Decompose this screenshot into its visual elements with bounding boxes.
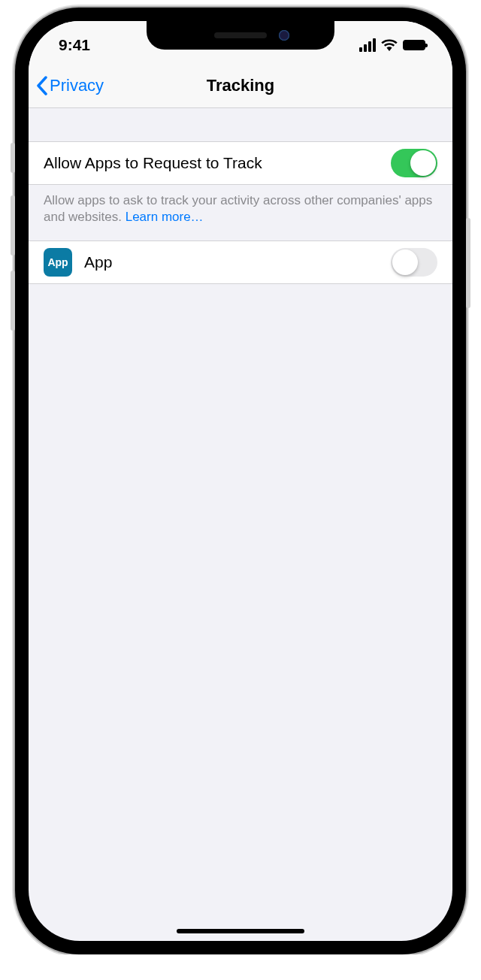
section-spacer (29, 108, 452, 141)
section-footer: Allow apps to ask to track your activity… (29, 185, 452, 240)
device-frame: 9:41 Privacy Tracking Allow (15, 8, 466, 954)
volume-up-button (11, 195, 15, 256)
home-indicator[interactable] (177, 929, 304, 933)
footer-description: Allow apps to ask to track your activity… (44, 193, 432, 224)
speaker-grill (214, 32, 267, 38)
volume-down-button (11, 271, 15, 331)
cellular-signal-icon (359, 38, 376, 52)
app-name-label: App (84, 253, 391, 271)
wifi-icon (381, 39, 398, 51)
power-button (466, 218, 470, 308)
learn-more-link[interactable]: Learn more… (126, 210, 204, 224)
chevron-left-icon (36, 76, 48, 95)
battery-icon (403, 40, 425, 50)
status-indicators (359, 38, 425, 52)
allow-apps-to-track-label: Allow Apps to Request to Track (44, 154, 391, 172)
app-icon: App (44, 248, 72, 277)
allow-apps-to-track-toggle[interactable] (391, 149, 437, 177)
toggle-knob (392, 250, 418, 275)
back-label: Privacy (50, 76, 104, 95)
app-tracking-row: App App (29, 240, 452, 284)
back-button[interactable]: Privacy (36, 76, 104, 95)
status-time: 9:41 (59, 36, 90, 54)
allow-apps-to-track-row: Allow Apps to Request to Track (29, 141, 452, 185)
app-tracking-toggle[interactable] (391, 248, 437, 277)
side-button (11, 143, 15, 173)
front-camera-icon (279, 30, 289, 41)
navigation-bar: Privacy Tracking (29, 63, 452, 108)
notch (147, 21, 334, 50)
screen: 9:41 Privacy Tracking Allow (29, 21, 452, 941)
toggle-knob (410, 150, 436, 176)
